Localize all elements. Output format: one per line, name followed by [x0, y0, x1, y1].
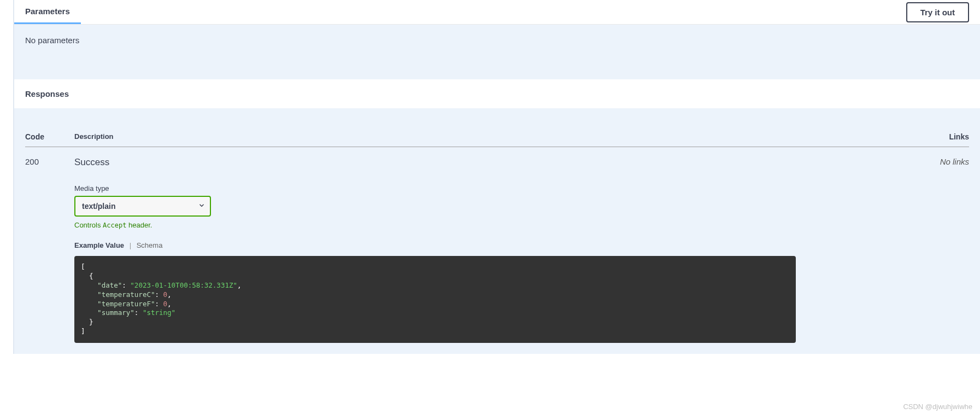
tab-schema[interactable]: Schema [137, 241, 163, 249]
col-header-code: Code [25, 132, 74, 141]
col-header-description: Description [74, 132, 925, 141]
responses-heading: Responses [14, 79, 980, 108]
response-description: Success [74, 157, 925, 168]
try-it-out-button[interactable]: Try it out [906, 2, 969, 22]
media-type-label: Media type [74, 184, 925, 193]
tab-example-value[interactable]: Example Value [74, 241, 124, 249]
tab-parameters[interactable]: Parameters [14, 0, 81, 24]
responses-panel: Code Description Links 200 Success Media… [14, 108, 980, 354]
accept-header-hint: Controls Accept header. [74, 221, 925, 229]
no-parameters-text: No parameters [25, 36, 79, 45]
response-code: 200 [25, 157, 74, 343]
tab-divider: | [130, 241, 131, 249]
response-links: No links [925, 157, 969, 343]
parameters-panel: No parameters [14, 25, 980, 79]
media-type-select[interactable]: text/plain [74, 196, 211, 217]
col-header-links: Links [925, 132, 969, 141]
example-json-block: [ { "date": "2023-01-10T00:58:32.331Z", … [74, 256, 796, 343]
